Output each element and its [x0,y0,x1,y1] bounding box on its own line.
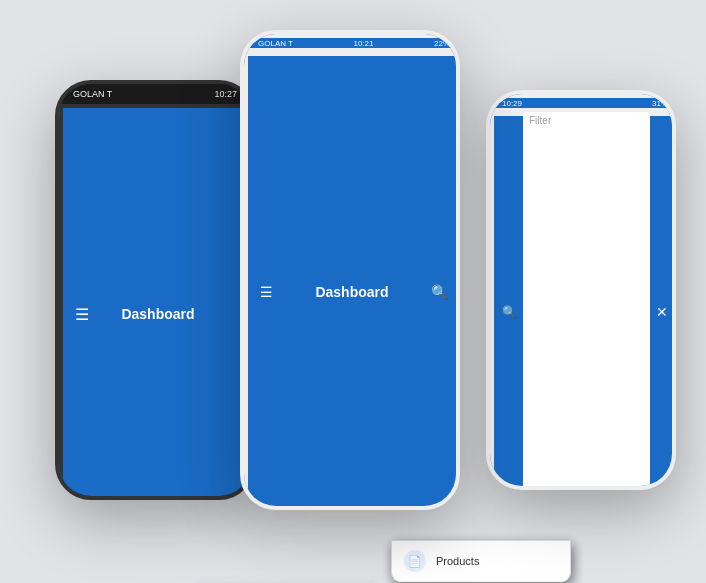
hamburger-center[interactable]: ☰ [260,284,273,300]
products-icon: 📄 [404,550,426,572]
phone-right: 10:29 31% 🔍 Filter ✕ Jackson $325.00 Pas… [486,90,676,490]
time-left: 10:27 [214,89,237,99]
menu-item-products[interactable]: 📄 Products [391,540,571,582]
battery-center: 22% [434,39,450,48]
carrier-left: GOLAN T [73,89,112,99]
time-center: 10:21 [353,39,373,48]
dashboard-title-center: Dashboard [315,284,388,300]
menu-label-products: Products [436,555,479,567]
phones-wrapper: GOLAN T 10:27 ☰ Dashboard Overview Sep 3… [0,0,706,583]
nav-bar-center: ☰ Dashboard 🔍 [244,52,460,510]
hamburger-icon[interactable]: ☰ [75,305,89,324]
phone-center: GOLAN T 10:21 22% ☰ Dashboard 🔍 Overview… [240,30,460,510]
status-bar-left: GOLAN T 10:27 [59,84,251,104]
status-bar-right: 10:29 31% [490,94,676,112]
phone-left: GOLAN T 10:27 ☰ Dashboard Overview Sep 3… [55,80,255,500]
search-icon-right: 🔍 [502,305,517,319]
time-right: 10:29 [502,99,522,108]
close-filter-button[interactable]: ✕ [656,304,668,320]
header-left: ☰ Dashboard [59,104,255,500]
filter-input[interactable]: Filter [523,112,650,490]
search-icon-center[interactable]: 🔍 [431,284,448,300]
status-bar-center: GOLAN T 10:21 22% [244,34,460,52]
filter-bar: 🔍 Filter ✕ [490,112,676,490]
dashboard-title-left: Dashboard [121,306,194,322]
battery-right: 31% [652,99,668,108]
carrier-center: GOLAN T [258,39,293,48]
